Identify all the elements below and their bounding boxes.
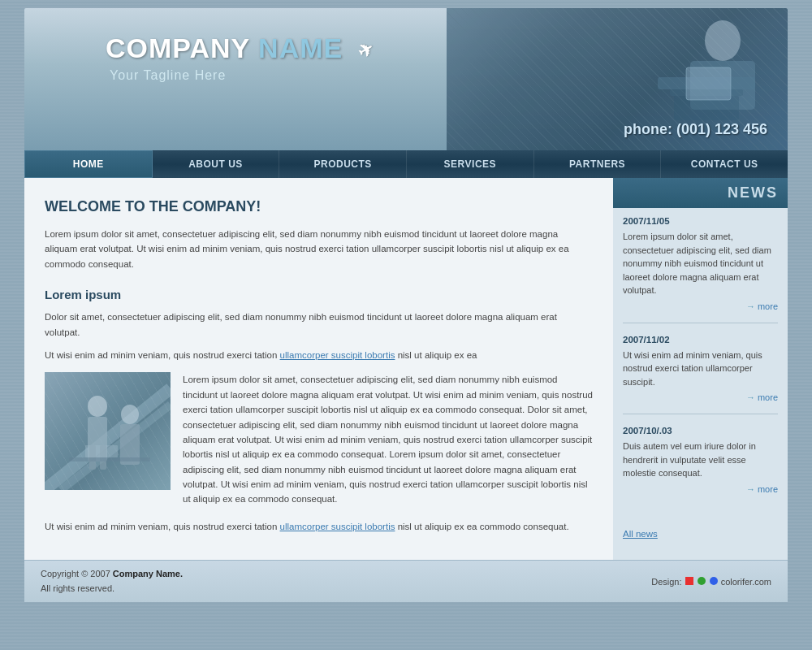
- tagline: Your Tagline Here: [110, 68, 374, 83]
- content-image: [45, 372, 171, 490]
- bottom-paragraph: Ut wisi enim ad minim veniam, quis nostr…: [45, 519, 593, 534]
- logo-area: COMPANY NAME ✈ Your Tagline Here: [106, 32, 374, 83]
- aside-text: Lorem ipsum dolor sit amet, consectetuer…: [183, 372, 593, 507]
- welcome-title: WELCOME TO THE COMPANY!: [45, 198, 593, 215]
- intro-paragraph: Lorem ipsum dolor sit amet, consectetuer…: [45, 227, 593, 271]
- footer-design-credit: Design: colorifer.com: [651, 577, 771, 587]
- content-wrapper: WELCOME TO THE COMPANY! Lorem ipsum dolo…: [24, 178, 788, 560]
- image-text-block: Lorem ipsum dolor sit amet, consectetuer…: [45, 372, 593, 507]
- logo-arrow-icon: ✈: [353, 37, 377, 63]
- news-more-2[interactable]: more: [623, 392, 778, 402]
- svg-point-0: [705, 20, 741, 61]
- nav-item-partners[interactable]: PARTNERS: [534, 150, 662, 178]
- svg-rect-5: [686, 67, 731, 100]
- main-content: WELCOME TO THE COMPANY! Lorem ipsum dolo…: [24, 178, 613, 560]
- footer: Copyright © 2007 Company Name. All right…: [24, 560, 788, 602]
- svg-point-13: [121, 405, 139, 424]
- nav-item-services[interactable]: SERVICES: [407, 150, 534, 178]
- news-text-1: Lorem ipsum dolor sit amet, consectetuer…: [623, 230, 778, 297]
- design-logo: [685, 577, 719, 585]
- svg-point-9: [88, 396, 107, 417]
- nav-item-about[interactable]: ABOUT US: [153, 150, 280, 178]
- sidebar: NEWS 2007/11/05 Lorem ipsum dolor sit am…: [613, 178, 788, 560]
- bottom-spacer: [24, 602, 788, 635]
- company-name-part2: NAME: [258, 32, 343, 63]
- news-date-1: 2007/11/05: [623, 216, 778, 226]
- news-date-3: 2007/10/.03: [623, 426, 778, 436]
- phone-number: phone: (001) 123 456: [624, 121, 767, 138]
- svg-rect-15: [69, 457, 150, 462]
- inline-link-2[interactable]: ullamcorper suscipit lobortis: [280, 522, 395, 531]
- news-more-3[interactable]: more: [623, 484, 778, 494]
- nav-item-contact[interactable]: CONTACT US: [661, 150, 788, 178]
- nav-item-home[interactable]: HOME: [24, 150, 153, 178]
- svg-rect-16: [85, 445, 118, 457]
- news-more-1[interactable]: more: [623, 301, 778, 311]
- footer-copyright: Copyright © 2007 Company Name. All right…: [41, 567, 183, 596]
- logo-circle-blue: [710, 577, 718, 585]
- logo-circle-red: [685, 577, 693, 585]
- lorem-paragraph: Dolor sit amet, consectetuer adipiscing …: [45, 310, 593, 340]
- news-item-2: 2007/11/02 Ut wisi enim ad minim veniam,…: [623, 335, 778, 415]
- news-date-2: 2007/11/02: [623, 335, 778, 344]
- header: COMPANY NAME ✈ Your Tagline Here phone: …: [24, 8, 788, 150]
- news-text-3: Duis autem vel eum iriure dolor in hendr…: [623, 440, 778, 480]
- inline-link-1[interactable]: ullamcorper suscipit lobortis: [280, 350, 395, 360]
- navigation: HOME ABOUT US PRODUCTS SERVICES PARTNERS…: [24, 150, 788, 178]
- company-name-part1: COMPANY: [106, 32, 250, 63]
- news-item-1: 2007/11/05 Lorem ipsum dolor sit amet, c…: [623, 216, 778, 323]
- news-list: 2007/11/05 Lorem ipsum dolor sit amet, c…: [613, 208, 788, 525]
- company-name: COMPANY NAME ✈: [106, 32, 374, 64]
- logo-circle-green: [698, 577, 706, 585]
- news-text-2: Ut wisi enim ad minim veniam, quis nostr…: [623, 349, 778, 389]
- nav-item-products[interactable]: PRODUCTS: [279, 150, 407, 178]
- content-image-people-illustration: [45, 372, 171, 490]
- news-item-3: 2007/10/.03 Duis autem vel eum iriure do…: [623, 426, 778, 505]
- lorem-title: Lorem ipsum: [45, 288, 593, 301]
- all-news-link[interactable]: All news: [613, 525, 788, 547]
- news-header: NEWS: [613, 178, 788, 208]
- link-paragraph: Ut wisi enim ad minim veniam, quis nostr…: [45, 348, 593, 362]
